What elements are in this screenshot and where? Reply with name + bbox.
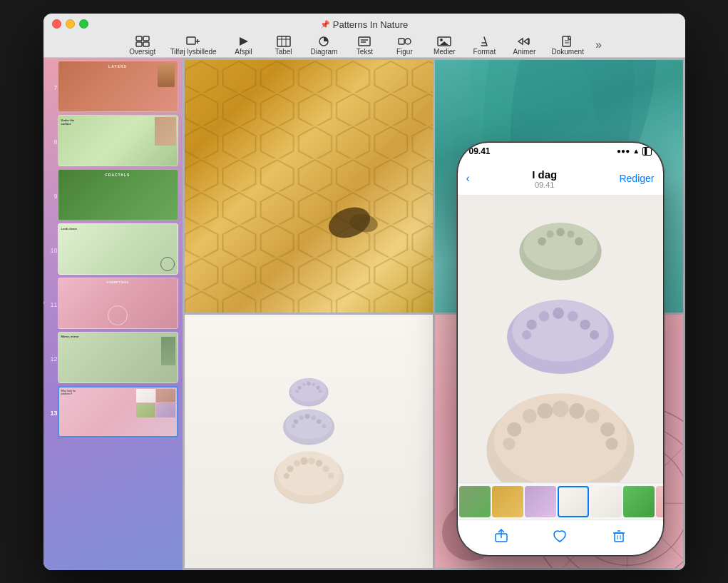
svg-point-88: [507, 422, 521, 436]
svg-point-49: [322, 425, 326, 429]
slide-thumb-7[interactable]: LAYERS: [58, 61, 178, 112]
toolbar-tilfoej-label: Tilføj lysbillede: [170, 48, 216, 56]
svg-point-46: [311, 416, 316, 421]
svg-point-90: [537, 403, 553, 419]
close-button[interactable]: [52, 19, 61, 29]
svg-point-76: [575, 237, 583, 245]
toolbar-more-button[interactable]: »: [593, 36, 605, 54]
toolbar-dokument-label: Dokument: [551, 48, 584, 56]
svg-point-92: [569, 403, 585, 419]
svg-point-96: [605, 437, 617, 450]
minimize-button[interactable]: [66, 19, 75, 29]
thumb-strip-item-5[interactable]: [590, 486, 622, 517]
chevron-left-icon: ‹: [466, 172, 470, 185]
svg-point-45: [304, 414, 309, 419]
svg-point-53: [294, 460, 300, 467]
iphone-nav: ‹ I dag 09.41 Rediger: [466, 166, 655, 192]
toolbar-animer[interactable]: Animer: [506, 33, 543, 58]
delete-button[interactable]: [611, 528, 627, 547]
toolbar: Oversigt Tilføj lysbillede: [43, 30, 685, 61]
slide-number-7: 7: [48, 81, 58, 91]
slide-thumb-13[interactable]: Why look forpatterns?: [58, 386, 178, 437]
svg-rect-99: [615, 533, 623, 542]
svg-point-48: [291, 425, 295, 429]
toolbar-tekst[interactable]: Tekst: [346, 33, 383, 58]
iphone-edit-button[interactable]: Rediger: [619, 173, 654, 184]
slide-thumb-9[interactable]: FRACTALS: [58, 169, 178, 220]
thumb-strip-item-4[interactable]: [558, 486, 589, 517]
svg-point-40: [318, 390, 322, 393]
iphone-time-subtitle: 09.41: [532, 181, 557, 189]
svg-point-17: [405, 39, 411, 44]
svg-point-58: [283, 473, 289, 479]
traffic-lights: [52, 19, 88, 29]
svg-marker-7: [240, 37, 248, 46]
toolbar-tilfoej[interactable]: Tilføj lysbillede: [164, 33, 222, 58]
canvas-cell-urchins-white: [185, 315, 433, 568]
svg-rect-0: [136, 36, 142, 41]
svg-point-54: [300, 457, 307, 465]
svg-point-85: [590, 330, 599, 339]
thumb-strip-item-2[interactable]: [492, 486, 523, 517]
svg-point-72: [538, 237, 546, 245]
toolbar-oversigt[interactable]: Oversigt: [123, 33, 161, 58]
grid-icon: [135, 35, 150, 48]
toolbar-medier-label: Medier: [434, 48, 456, 56]
slide-number-9: 9: [48, 190, 58, 200]
slide-thumb-8[interactable]: Under thesurface: [58, 115, 178, 166]
toolbar-figur[interactable]: Figur: [386, 33, 423, 58]
toolbar-dokument[interactable]: Dokument: [545, 33, 590, 58]
media-icon: [437, 35, 451, 48]
svg-rect-4: [187, 37, 195, 44]
toolbar-tabel[interactable]: Tabel: [265, 33, 302, 58]
thumb-strip-item-7[interactable]: [656, 486, 663, 517]
svg-point-83: [580, 319, 590, 329]
svg-point-59: [327, 473, 333, 479]
battery-icon: ▌: [642, 147, 651, 156]
thumb-strip-item-3[interactable]: [525, 486, 556, 517]
svg-point-79: [526, 319, 536, 329]
wifi-icon: ▲: [632, 147, 640, 155]
toolbar-diagram[interactable]: Diagram: [305, 33, 344, 58]
iphone-frame: 09.41 ●●● ▲ ▌ ‹: [457, 142, 664, 556]
slide-group-12: 12 Mirror, mirror: [48, 332, 178, 383]
svg-point-37: [312, 383, 315, 387]
format-icon: [477, 35, 491, 48]
svg-rect-24: [563, 36, 570, 46]
toolbar-medier[interactable]: Medier: [426, 33, 463, 58]
canvas-area: 09.41 ●●● ▲ ▌ ‹: [183, 58, 685, 570]
heart-button[interactable]: [552, 528, 568, 547]
toolbar-oversigt-label: Oversigt: [129, 48, 155, 56]
slide-group-13: 13 Why look forpatterns?: [48, 386, 178, 437]
maximize-button[interactable]: [79, 19, 88, 29]
iphone-back-button[interactable]: ‹: [466, 172, 470, 185]
iphone-time: 09.41: [469, 146, 491, 156]
svg-marker-20: [440, 41, 448, 45]
toolbar-tekst-label: Tekst: [357, 48, 373, 56]
toolbar-afspil[interactable]: Afspil: [225, 33, 262, 58]
slide-number-10: 10: [48, 244, 58, 254]
iphone-date-title: I dag: [532, 168, 557, 181]
svg-point-35: [302, 383, 306, 387]
iphone-device: 09.41 ●●● ▲ ▌ ‹: [457, 142, 664, 556]
svg-point-19: [440, 39, 443, 41]
slide-number-12: 12: [48, 353, 58, 363]
main-content: 7 LAYERS 8 Under thesurface: [43, 58, 685, 570]
svg-marker-21: [518, 39, 523, 44]
slide-thumb-11[interactable]: SYMMETRIES: [58, 278, 178, 329]
play-icon: [237, 35, 251, 48]
thumb-strip-item-6[interactable]: [623, 486, 655, 517]
svg-point-82: [568, 311, 578, 321]
slide-thumb-12[interactable]: Mirror, mirror: [58, 332, 178, 383]
thumb-strip-item-1[interactable]: [459, 486, 491, 517]
slide-group-9: 9 FRACTALS: [48, 169, 178, 220]
svg-point-39: [295, 390, 299, 393]
iphone-bottom-bar: [458, 519, 663, 555]
iphone-thumbnail-strip: [458, 482, 663, 519]
svg-point-95: [503, 437, 515, 450]
slide-thumb-10[interactable]: Look closer: [58, 223, 178, 275]
share-button[interactable]: [493, 528, 509, 547]
chart-icon: [317, 35, 331, 48]
toolbar-format[interactable]: Format: [466, 33, 503, 58]
svg-point-56: [315, 460, 322, 467]
